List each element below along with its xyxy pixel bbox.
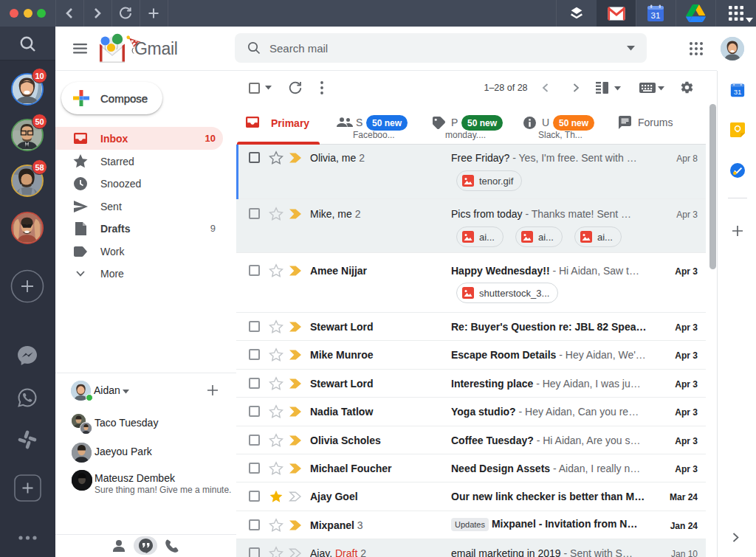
svg-text:31: 31 (651, 11, 661, 20)
svg-text:31: 31 (734, 88, 742, 96)
